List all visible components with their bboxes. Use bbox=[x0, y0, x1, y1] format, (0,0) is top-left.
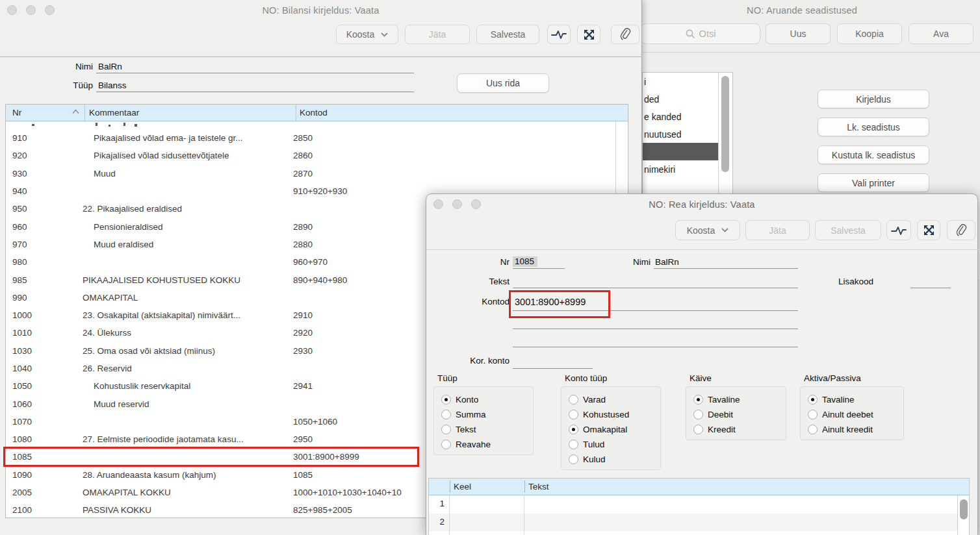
radio-option[interactable]: Tulud bbox=[569, 437, 660, 452]
cell-kommentaar: 27. Eelmiste perioodide jaotamata kasu..… bbox=[79, 434, 290, 444]
radio-icon[interactable] bbox=[569, 440, 578, 449]
cell-kommentaar: 26. Reservid bbox=[79, 364, 290, 373]
nimi-underline[interactable] bbox=[654, 268, 798, 269]
language-table-row[interactable]: 2 bbox=[429, 514, 957, 532]
radio-option-label: Kohustused bbox=[583, 410, 629, 419]
radio-option[interactable]: Varad bbox=[569, 392, 660, 407]
radio-icon[interactable] bbox=[441, 410, 451, 419]
nimi-underline[interactable] bbox=[96, 73, 414, 73]
koosta-dropdown[interactable]: Koosta bbox=[675, 220, 740, 240]
radio-option[interactable]: Tavaline bbox=[693, 392, 786, 407]
scrollbar-thumb[interactable] bbox=[960, 499, 968, 519]
radio-option[interactable]: Tekst bbox=[441, 422, 533, 437]
cell-nr: 1030 bbox=[6, 346, 79, 356]
radio-selected-icon[interactable] bbox=[693, 395, 703, 404]
radio-icon[interactable] bbox=[441, 425, 451, 434]
radio-icon[interactable] bbox=[569, 410, 578, 419]
table-scrollbar[interactable] bbox=[957, 495, 969, 535]
kontod-underline-3[interactable] bbox=[513, 347, 798, 347]
radio-icon[interactable] bbox=[808, 425, 818, 434]
kontod-highlight-box bbox=[509, 290, 610, 318]
col-header-kontod[interactable]: Kontod bbox=[300, 108, 328, 118]
radio-option-label: Varad bbox=[583, 395, 606, 404]
koosta-dropdown[interactable]: Koosta bbox=[336, 25, 398, 44]
table-header[interactable]: Nr Kommentaar Kontod bbox=[6, 105, 628, 121]
lk-seadistus-button[interactable]: Lk. seadistus bbox=[818, 118, 929, 136]
col-header-kommentaar[interactable]: Kommentaar bbox=[89, 108, 139, 118]
language-table-row[interactable]: 1 bbox=[429, 495, 957, 514]
activity-button[interactable] bbox=[886, 220, 911, 240]
radio-selected-icon[interactable] bbox=[441, 395, 451, 404]
scrollbar-thumb[interactable] bbox=[721, 76, 729, 172]
cell-nr: 1060 bbox=[6, 399, 79, 409]
radio-option[interactable]: Omakapital bbox=[569, 422, 660, 437]
col-header-nr[interactable]: Nr bbox=[12, 108, 21, 118]
table-row[interactable]: 920Pikajalised võlad sidusettevõtjatele2… bbox=[6, 147, 628, 164]
radio-group-konto-t-p: VaradKohustusedOmakapitalTuludKulud bbox=[561, 386, 661, 470]
nimi-value[interactable]: BalRn bbox=[655, 257, 679, 267]
cell-keel[interactable] bbox=[450, 495, 524, 514]
jata-button[interactable]: Jäta bbox=[745, 220, 810, 240]
radio-option[interactable]: Kulud bbox=[569, 452, 660, 467]
radio-icon[interactable] bbox=[441, 440, 451, 449]
table-row[interactable]: 910Pikaajalised võlad ema- ja teistele g… bbox=[6, 129, 628, 147]
radio-icon[interactable] bbox=[693, 410, 703, 419]
radio-option-label: Tavaline bbox=[708, 395, 740, 404]
radio-option[interactable]: Reavahe bbox=[441, 437, 533, 452]
cell-nr: 1085 bbox=[6, 452, 79, 462]
radio-option[interactable]: Deebit bbox=[693, 407, 786, 422]
uus-button[interactable]: Uus bbox=[766, 23, 831, 44]
koopia-button[interactable]: Koopia bbox=[837, 23, 902, 44]
tuup-underline[interactable] bbox=[96, 92, 414, 92]
tuup-value[interactable]: Bilanss bbox=[98, 81, 127, 90]
radio-selected-icon[interactable] bbox=[569, 425, 578, 434]
radio-option[interactable]: Kohustused bbox=[569, 407, 660, 422]
radio-icon[interactable] bbox=[808, 410, 818, 419]
table-row[interactable]: 930Muud2870 bbox=[6, 165, 628, 182]
ava-button[interactable]: Ava bbox=[909, 23, 974, 44]
activity-button[interactable] bbox=[547, 25, 571, 44]
kor-konto-underline[interactable] bbox=[513, 368, 593, 369]
cell-keel[interactable] bbox=[450, 531, 524, 535]
language-table-row[interactable]: 3 bbox=[429, 531, 957, 535]
window-title: NO: Rea kirjeldus: Vaata bbox=[426, 199, 977, 210]
search-input[interactable]: Otsi bbox=[641, 23, 760, 44]
cell-nr: 1000 bbox=[6, 310, 79, 320]
nr-underline[interactable] bbox=[513, 268, 565, 269]
nr-value[interactable]: 1085 bbox=[513, 256, 537, 267]
radio-option[interactable]: Ainult kreedit bbox=[808, 422, 903, 437]
radio-icon[interactable] bbox=[569, 395, 578, 404]
salvesta-button[interactable]: Salvesta bbox=[476, 25, 539, 44]
kontod-label: Kontod bbox=[464, 297, 509, 306]
kustuta-lk-seadistus-button[interactable]: Kustuta lk. seadistus bbox=[818, 145, 929, 164]
kontod-underline-2[interactable] bbox=[513, 329, 798, 329]
jata-button[interactable]: Jäta bbox=[405, 25, 470, 44]
radio-option[interactable]: Summa bbox=[441, 407, 533, 422]
kirjeldus-button[interactable]: Kirjeldus bbox=[818, 90, 929, 108]
vali-printer-button[interactable]: Vali printer bbox=[818, 173, 929, 192]
radio-icon[interactable] bbox=[693, 425, 703, 434]
expand-button[interactable] bbox=[577, 25, 600, 44]
cell-keel[interactable] bbox=[450, 514, 524, 532]
expand-button[interactable] bbox=[917, 220, 940, 240]
radio-option[interactable]: Konto bbox=[441, 392, 533, 407]
paperclip-icon bbox=[955, 223, 968, 238]
attachment-button[interactable] bbox=[611, 25, 639, 44]
radio-option[interactable]: Ainult deebet bbox=[808, 407, 903, 422]
col-header-tekst[interactable]: Tekst bbox=[528, 482, 549, 491]
radio-icon[interactable] bbox=[569, 454, 578, 464]
lisakood-underline[interactable] bbox=[910, 288, 951, 288]
radio-option-label: Reavahe bbox=[456, 440, 491, 449]
tekst-underline[interactable] bbox=[513, 288, 798, 288]
attachment-button[interactable] bbox=[947, 220, 975, 240]
radio-option[interactable]: Tavaline bbox=[808, 392, 903, 407]
radio-group-k-ive: TavalineDeebitKreedit bbox=[686, 386, 786, 440]
radio-option[interactable]: Kreedit bbox=[693, 422, 786, 437]
uus-rida-button[interactable]: Uus rida bbox=[457, 73, 549, 93]
col-header-keel[interactable]: Keel bbox=[454, 482, 471, 491]
salvesta-button[interactable]: Salvesta bbox=[815, 220, 881, 240]
cell-nr: 990 bbox=[6, 293, 79, 303]
cell-nr: 950 bbox=[6, 204, 79, 214]
radio-selected-icon[interactable] bbox=[808, 395, 818, 404]
nimi-value[interactable]: BalRn bbox=[98, 62, 122, 71]
